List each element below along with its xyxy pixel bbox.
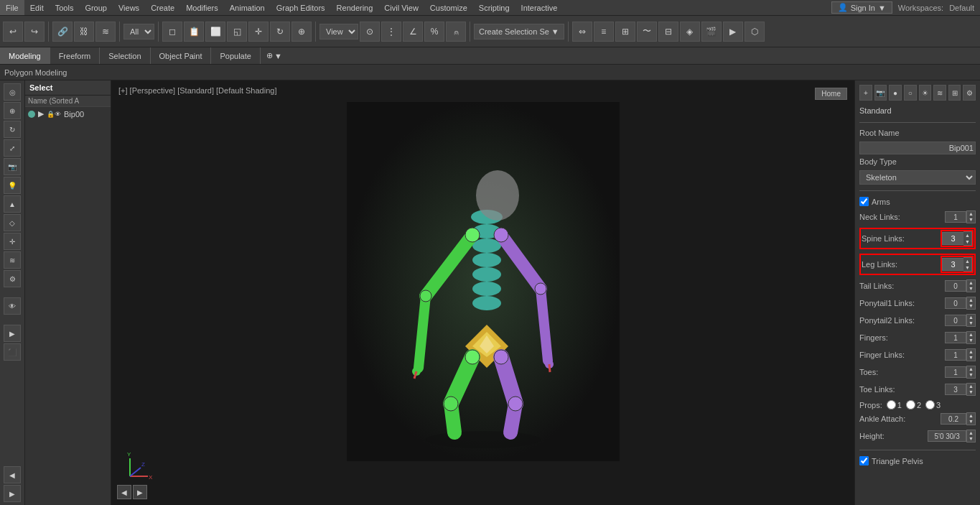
menu-file[interactable]: File	[0, 0, 24, 15]
menu-rendering[interactable]: Rendering	[331, 0, 379, 15]
menu-scripting[interactable]: Scripting	[473, 0, 515, 15]
tail-down[interactable]: ▼	[967, 286, 975, 292]
tail-links-input[interactable]	[945, 280, 966, 292]
extra-tab-btn[interactable]: ⊕ ▼	[261, 47, 288, 64]
material-editor-btn[interactable]: ◈	[680, 22, 700, 42]
neck-links-input[interactable]	[945, 211, 966, 223]
use-pivot-btn[interactable]: ⊙	[360, 22, 380, 42]
angle-snap-btn[interactable]: ∠	[403, 22, 423, 42]
toe-links-spinbox[interactable]: ▲ ▼	[945, 383, 976, 396]
select-by-name-btn[interactable]: 📋	[184, 22, 204, 42]
p1-down[interactable]: ▼	[967, 303, 975, 309]
menu-civil-view[interactable]: Civil View	[378, 0, 424, 15]
fl-down[interactable]: ▼	[967, 355, 975, 361]
render-setup-btn[interactable]: 🎬	[701, 22, 722, 42]
props-2-radio[interactable]	[906, 400, 915, 409]
ankle-attach-input[interactable]	[941, 413, 966, 425]
schematic-btn[interactable]: ⊟	[658, 22, 678, 42]
p2-down[interactable]: ▼	[967, 320, 975, 326]
nav-next-btn[interactable]: ▶	[133, 485, 147, 499]
tl-up[interactable]: ▲	[967, 384, 975, 389]
aa-down[interactable]: ▼	[967, 419, 975, 425]
height-spinbox[interactable]: ▲ ▼	[928, 430, 976, 443]
nav-prev-btn[interactable]: ◀	[117, 485, 131, 499]
stop-icon[interactable]: ⬛	[4, 343, 21, 361]
rp-light-icon[interactable]: ☀	[919, 85, 932, 101]
spine-links-spinbox[interactable]: ▲ ▼	[941, 230, 974, 247]
fingers-down[interactable]: ▼	[967, 338, 975, 343]
tab-freeform[interactable]: Freeform	[50, 47, 101, 64]
arms-checkbox[interactable]	[859, 197, 869, 206]
triangle-pelvis-checkbox[interactable]	[859, 456, 869, 465]
view-dropdown[interactable]: View	[319, 24, 358, 40]
select-icon[interactable]: ◎	[4, 83, 21, 101]
p1-up[interactable]: ▲	[967, 297, 975, 303]
ponytail1-spinbox[interactable]: ▲ ▼	[945, 297, 976, 310]
body-type-dropdown[interactable]: Skeleton	[859, 170, 976, 185]
rp-sphere2-icon[interactable]: ○	[904, 85, 917, 101]
all-dropdown[interactable]: All	[123, 24, 154, 40]
spine-links-input[interactable]	[942, 232, 963, 245]
eye-icon[interactable]: 👁	[4, 297, 21, 315]
menu-modifiers[interactable]: Modifiers	[180, 0, 224, 15]
tab-modeling[interactable]: Modeling	[0, 47, 50, 64]
spinner-snap-btn[interactable]: ⍝	[446, 22, 466, 42]
create-selection-button[interactable]: Create Selection Se ▼	[474, 24, 564, 40]
tail-up[interactable]: ▲	[967, 280, 975, 286]
shape-icon[interactable]: ◇	[4, 214, 21, 231]
menu-group[interactable]: Group	[79, 0, 113, 15]
ponytail2-spinbox[interactable]: ▲ ▼	[945, 314, 976, 327]
fingers-up[interactable]: ▲	[967, 332, 975, 338]
light-icon[interactable]: 💡	[4, 177, 21, 194]
mirror-btn[interactable]: ⇔	[572, 22, 592, 42]
rp-settings-icon[interactable]: ⚙	[963, 85, 976, 101]
rotate-icon[interactable]: ↻	[4, 121, 21, 138]
align-btn[interactable]: ≡	[594, 22, 614, 42]
home-button[interactable]: Home	[815, 88, 847, 100]
h-up[interactable]: ▲	[967, 430, 975, 436]
play-icon[interactable]: ▶	[4, 325, 21, 342]
menu-create[interactable]: Create	[145, 0, 180, 15]
menu-customize[interactable]: Customize	[424, 0, 473, 15]
tab-object-paint[interactable]: Object Paint	[151, 47, 212, 64]
move-btn[interactable]: ✛	[248, 22, 269, 42]
fl-up[interactable]: ▲	[967, 349, 975, 355]
neck-links-up[interactable]: ▲	[967, 211, 975, 217]
aa-up[interactable]: ▲	[967, 413, 975, 419]
spine-links-up[interactable]: ▲	[963, 232, 971, 238]
height-input[interactable]	[928, 430, 966, 442]
ankle-attach-spinbox[interactable]: ▲ ▼	[941, 412, 976, 425]
rp-new-icon[interactable]: +	[859, 85, 872, 101]
h-down[interactable]: ▼	[967, 436, 975, 442]
neck-links-down[interactable]: ▼	[967, 217, 975, 223]
rp-grid-icon[interactable]: ⊞	[948, 85, 961, 101]
fingers-input[interactable]	[945, 332, 966, 343]
tl-down[interactable]: ▼	[967, 389, 975, 395]
p2-up[interactable]: ▲	[967, 315, 975, 320]
window-crossing-btn[interactable]: ◱	[227, 22, 247, 42]
render-btn[interactable]: ⬡	[745, 22, 765, 42]
curve-editor-btn[interactable]: 〜	[637, 22, 657, 42]
render-frame-btn[interactable]: ▶	[723, 22, 743, 42]
redo-button[interactable]: ↪	[24, 22, 45, 42]
spine-links-down[interactable]: ▼	[963, 238, 971, 245]
tab-selection[interactable]: Selection	[100, 47, 150, 64]
sign-in-button[interactable]: 👤 Sign In ▼	[831, 1, 892, 14]
leg-links-spinbox[interactable]: ▲ ▼	[941, 256, 974, 273]
ponytail2-input[interactable]	[945, 315, 966, 326]
tail-links-spinbox[interactable]: ▲ ▼	[945, 279, 976, 292]
space-warp-icon[interactable]: ≋	[4, 251, 21, 269]
scale-btn[interactable]: ⊕	[291, 22, 312, 42]
toes-input[interactable]	[945, 366, 966, 378]
rp-camera-icon[interactable]: 📷	[874, 85, 887, 101]
leg-links-input[interactable]	[942, 258, 963, 271]
rp-sphere-icon[interactable]: ●	[889, 85, 902, 101]
select-object-btn[interactable]: ◻	[162, 22, 182, 42]
menu-edit[interactable]: Edit	[24, 0, 50, 15]
nav-prev-icon[interactable]: ◀	[4, 466, 21, 483]
props-1-radio[interactable]	[887, 400, 896, 409]
menu-views[interactable]: Views	[113, 0, 145, 15]
leg-links-down[interactable]: ▼	[963, 264, 971, 271]
menu-interactive[interactable]: Interactive	[515, 0, 564, 15]
geometry-icon[interactable]: ▲	[4, 195, 21, 213]
